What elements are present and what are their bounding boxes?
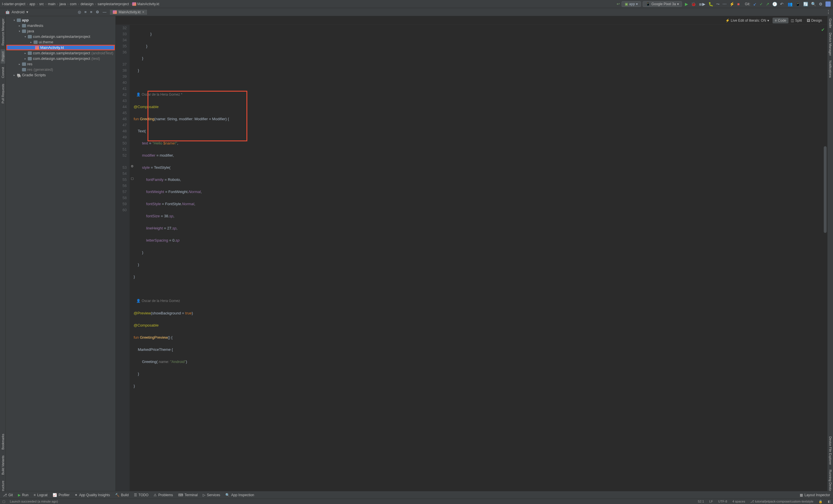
- git-branch[interactable]: ⎇ tutorial/jetpack-compose/custom-textst…: [750, 500, 813, 503]
- crumb[interactable]: l-starter-project: [1, 2, 26, 6]
- services-toolwin-button[interactable]: ▷Services: [203, 493, 220, 497]
- run-icon[interactable]: ▶: [685, 2, 688, 6]
- hammer-icon: 🔨: [115, 493, 119, 497]
- app-quality-insights-button[interactable]: ✦App Quality Insights: [75, 493, 110, 497]
- tree-node-res-gen[interactable]: res (generated): [6, 67, 115, 72]
- device-selector[interactable]: 📱 Google Pixel 3a ▾: [643, 1, 682, 7]
- tree-node-app[interactable]: ▾ app: [6, 17, 115, 23]
- project-tree[interactable]: ▾ app ▸ manifests ▾ java ▾ com.delasign.…: [6, 16, 116, 496]
- tree-node-package-test[interactable]: ▸ com.delasign.samplestarterproject (tes…: [6, 56, 115, 61]
- tree-node-manifests[interactable]: ▸ manifests: [6, 23, 115, 28]
- live-edit-toggle[interactable]: ⚡ Live Edit of literals: ON ▾: [725, 19, 769, 23]
- profiler-toolwin-button[interactable]: 📈Profiler: [53, 493, 69, 497]
- kotlin-file-icon: [35, 46, 39, 49]
- git-rollback-icon[interactable]: ↶: [780, 2, 784, 6]
- git-history-icon[interactable]: 🕘: [772, 2, 777, 6]
- line-ending[interactable]: LF: [709, 500, 713, 503]
- view-code-button[interactable]: ≡ Code: [772, 18, 789, 23]
- todo-toolwin-button[interactable]: ☰TODO: [134, 493, 148, 497]
- run-config-selector[interactable]: ▣ app ▾: [622, 1, 641, 7]
- tree-node-gradle-scripts[interactable]: ▸🐘 Gradle Scripts: [6, 72, 115, 78]
- avatar-icon[interactable]: [826, 1, 831, 7]
- run-toolwin-button[interactable]: ▶Run: [18, 493, 28, 497]
- code-line: fun GreetingPreview() {: [134, 334, 827, 341]
- view-design-button[interactable]: 🖼 Design: [804, 18, 824, 23]
- panel-icon[interactable]: ◧: [828, 500, 831, 503]
- tree-node-mainactivity[interactable]: MainActivity.kt: [6, 45, 115, 50]
- crumb[interactable]: delasign: [79, 2, 94, 6]
- git-push-icon[interactable]: ↗: [766, 2, 769, 6]
- search-icon[interactable]: 🔍: [811, 2, 816, 6]
- lock-icon[interactable]: 🔒: [818, 500, 823, 503]
- more-run-icon[interactable]: ⋯: [722, 2, 727, 6]
- editor-scrollbar[interactable]: [824, 146, 827, 233]
- editor-body[interactable]: ✔ 32 33 34 35 36 37 38 39 40 41 42 43 44…: [116, 25, 827, 496]
- breadcrumb-file[interactable]: MainActivity.kt: [132, 2, 159, 6]
- coverage-icon[interactable]: ≣▶: [699, 2, 706, 6]
- sync-icon[interactable]: 🔄: [803, 2, 808, 6]
- git-commit-icon[interactable]: ✓: [760, 2, 763, 6]
- caret-position[interactable]: 52:1: [698, 500, 704, 503]
- back-nav-icon[interactable]: ↩: [617, 2, 620, 6]
- line-number: 36: [116, 49, 127, 55]
- git-toolwin-button[interactable]: ⎇Git: [3, 493, 13, 497]
- crumb[interactable]: app: [29, 2, 36, 6]
- tree-node-res[interactable]: ▸ res: [6, 61, 115, 67]
- build-toolwin-button[interactable]: 🔨Build: [115, 493, 129, 497]
- gutter-settings-icon[interactable]: ⚙: [130, 165, 134, 168]
- tree-node-uitheme[interactable]: ▸ ui.theme: [6, 39, 115, 45]
- collapse-icon[interactable]: ≡: [90, 10, 92, 14]
- view-split-button[interactable]: ◫ Split: [788, 18, 804, 23]
- notifications-tab[interactable]: Notifications: [828, 58, 833, 80]
- logcat-toolwin-button[interactable]: ≡Logcat: [33, 493, 47, 497]
- tree-node-package[interactable]: ▾ com.delasign.samplestarterproject: [6, 34, 115, 39]
- crumb[interactable]: java: [59, 2, 67, 6]
- crumb[interactable]: src: [39, 2, 45, 6]
- device-manager-tab[interactable]: Device Manager: [828, 30, 833, 58]
- device-file-explorer-tab[interactable]: Device File Explorer: [828, 434, 833, 467]
- left-tool-strip: Resource Manager Project Commit Pull Req…: [0, 16, 6, 496]
- profile-icon[interactable]: 🐛: [708, 2, 713, 6]
- right-tool-strip: Gradle Device Manager Notifications Devi…: [827, 16, 833, 496]
- git-update-icon[interactable]: ↙: [753, 2, 757, 6]
- resource-manager-tab[interactable]: Resource Manager: [1, 16, 5, 48]
- code-line: }: [134, 371, 827, 377]
- gear-icon[interactable]: ⚙: [96, 10, 99, 14]
- locate-icon[interactable]: ◎: [78, 10, 81, 14]
- device-mirror-icon[interactable]: 📱: [795, 2, 800, 6]
- layout-inspector-button[interactable]: ▦Layout Inspector: [800, 493, 830, 497]
- line-gutter[interactable]: 32 33 34 35 36 37 38 39 40 41 42 43 44 4…: [116, 25, 129, 496]
- file-encoding[interactable]: UTF-8: [718, 500, 727, 503]
- crumb[interactable]: main: [47, 2, 56, 6]
- hotswap-icon[interactable]: ⚡: [730, 2, 734, 6]
- close-icon[interactable]: ×: [142, 10, 144, 14]
- project-tab[interactable]: Project: [1, 49, 5, 64]
- gradle-tab[interactable]: Gradle: [828, 16, 833, 30]
- editor-tab[interactable]: MainActivity.kt ×: [110, 9, 147, 15]
- tree-node-java[interactable]: ▾ java: [6, 28, 115, 34]
- line-number: 51: [116, 146, 127, 152]
- crumb[interactable]: samplestarterproject: [97, 2, 130, 6]
- gutter-preview-icon[interactable]: ▢: [130, 177, 134, 180]
- build-variants-tab[interactable]: Build Variants: [1, 453, 5, 477]
- tree-node-package-androidtest[interactable]: ▸ com.delasign.samplestarterproject (and…: [6, 50, 115, 56]
- stop-icon[interactable]: ■: [737, 2, 740, 6]
- status-square-icon[interactable]: ▢: [2, 500, 5, 503]
- bookmarks-tab[interactable]: Bookmarks: [1, 431, 5, 452]
- code-with-me-icon[interactable]: 👥: [788, 2, 792, 6]
- code-line: ): [134, 249, 827, 255]
- terminal-toolwin-button[interactable]: ⌨Terminal: [178, 493, 197, 497]
- settings-icon[interactable]: ⚙: [819, 2, 823, 6]
- crumb[interactable]: com: [69, 2, 77, 6]
- problems-toolwin-button[interactable]: ⚠Problems: [153, 493, 173, 497]
- expand-icon[interactable]: ≡: [85, 10, 87, 14]
- project-view-selector[interactable]: 🤖 Android ▾: [0, 10, 33, 14]
- hide-icon[interactable]: —: [103, 10, 106, 14]
- debug-icon[interactable]: 🐞: [691, 2, 696, 6]
- tab-overflow-icon[interactable]: ⋮: [824, 9, 833, 15]
- indent-setting[interactable]: 4 spaces: [732, 500, 745, 503]
- app-inspection-button[interactable]: 🔍App Inspection: [225, 493, 254, 497]
- attach-debugger-icon[interactable]: ⤳: [716, 2, 720, 6]
- pull-requests-tab[interactable]: Pull Requests: [1, 81, 5, 106]
- commit-tab[interactable]: Commit: [1, 65, 5, 80]
